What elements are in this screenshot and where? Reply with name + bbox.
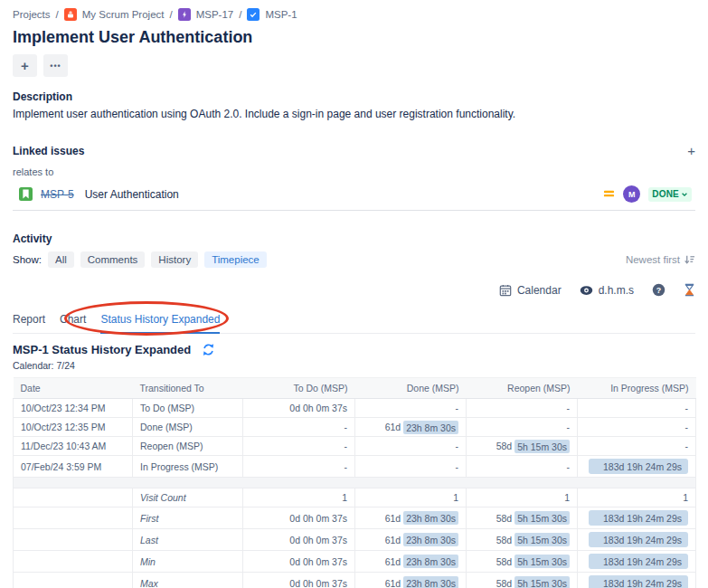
duration-cell: 1 [355,488,467,507]
filter-all[interactable]: All [48,251,74,268]
refresh-icon [202,343,215,356]
table-row: Max0d 0h 0m 37s61d 23h 8m 30s58d 5h 15m … [14,573,696,588]
tab-chart[interactable]: Chart [60,308,86,333]
highlighted-duration: 183d 19h 24m 29s [589,459,688,474]
breadcrumb: Projects / My Scrum Project / MSP-17 / M… [13,7,695,22]
duration-cell: 58d 5h 15m 30s [467,551,578,573]
duration-prefix: 58d [496,556,514,567]
transition-cell: Done (MSP) [133,418,243,437]
breadcrumb-project[interactable]: My Scrum Project [82,9,165,20]
highlighted-duration: 23h 8m 30s [403,533,458,546]
column-header: To Do (MSP) [243,378,355,399]
status-dropdown[interactable]: DONE [648,187,692,202]
date-cell [14,529,133,551]
table-row: Last0d 0h 0m 37s61d 23h 8m 30s58d 5h 15m… [14,529,696,551]
breadcrumb-separator: / [170,9,173,20]
duration-prefix: 61d [385,513,403,524]
breadcrumb-epic[interactable]: MSP-17 [196,9,234,20]
report-heading: MSP-1 Status History Expanded [13,343,191,356]
spacer-cell [14,478,696,488]
duration-cell: - [355,456,467,478]
issue-page: Projects / My Scrum Project / MSP-17 / M… [0,0,708,588]
story-icon [19,187,33,201]
priority-medium-icon [603,186,615,203]
breadcrumb-separator: / [239,9,241,20]
date-cell [14,573,133,588]
linked-issue-summary[interactable]: User Authentication [85,188,179,201]
linked-issue-row[interactable]: MSP-5 User Authentication M DONE [13,182,695,211]
column-header: Done (MSP) [355,378,467,399]
sort-descending-icon [684,254,695,265]
duration-cell: - [578,437,696,456]
date-cell [14,488,133,507]
highlighted-duration: 23h 8m 30s [403,555,458,568]
assignee-avatar: M [623,185,640,203]
duration-cell: 61d 23h 8m 30s [355,551,467,573]
hourglass-button[interactable] [684,283,695,297]
highlighted-duration: 5h 15m 30s [514,533,570,546]
table-row: Visit Count1111 [14,488,696,507]
column-header: Reopen (MSP) [467,378,578,399]
sort-order-control[interactable]: Newest first [626,254,695,265]
duration-cell: - [355,399,467,418]
duration-cell: 58d 5h 15m 30s [467,507,578,529]
tab-report[interactable]: Report [13,308,45,333]
duration-cell: 0d 0h 0m 37s [243,399,355,418]
duration-cell: - [243,456,355,478]
spacer-row [14,478,696,488]
column-header: Date [14,378,133,399]
date-cell: 07/Feb/24 3:59 PM [14,456,133,478]
duration-cell: 61d 23h 8m 30s [355,418,467,437]
timepiece-tabs: Report Chart Status History Expanded [13,308,695,334]
duration-cell: 183d 19h 24m 29s [578,551,696,573]
transition-cell: Max [133,573,243,588]
duration-cell: 0d 0h 0m 37s [243,507,355,529]
duration-prefix: 58d [496,513,514,524]
duration-cell: - [243,437,355,456]
help-button[interactable]: ? [652,283,666,297]
hourglass-icon [684,283,695,297]
attach-button[interactable]: + [13,54,37,77]
table-row: First0d 0h 0m 37s61d 23h 8m 30s58d 5h 15… [14,507,696,529]
breadcrumb-issue[interactable]: MSP-1 [265,9,297,20]
duration-prefix: 61d [385,535,403,545]
eye-icon [580,285,593,296]
duration-cell: 58d 5h 15m 30s [467,573,578,588]
highlighted-duration: 183d 19h 24m 29s [589,575,688,588]
more-actions-button[interactable]: ••• [43,54,68,77]
add-linked-issue-button[interactable]: + [687,146,695,156]
filter-history[interactable]: History [151,251,198,268]
plus-icon: + [21,58,29,73]
description-heading: Description [13,90,695,103]
duration-prefix: 58d [496,535,514,545]
date-cell: 10/Oct/23 12:35 PM [14,418,133,437]
transition-cell: Min [133,551,243,573]
duration-cell: 183d 19h 24m 29s [578,456,696,478]
epic-icon [178,8,191,21]
activity-heading: Activity [13,232,695,245]
duration-cell: - [578,418,696,437]
breadcrumb-projects[interactable]: Projects [13,9,51,20]
tab-status-history-expanded[interactable]: Status History Expanded [100,308,220,334]
chevron-down-icon [681,191,688,198]
transition-cell: Visit Count [133,488,243,507]
filter-comments[interactable]: Comments [80,251,146,268]
refresh-button[interactable] [202,343,215,356]
duration-prefix: 58d [496,441,514,451]
filter-timepiece[interactable]: Timepiece [204,251,267,268]
duration-cell: 61d 23h 8m 30s [355,529,467,551]
duration-cell: - [467,418,578,437]
table-row: 10/Oct/23 12:35 PMDone (MSP)-61d 23h 8m … [14,418,696,437]
issue-actions: + ••• [13,54,695,77]
duration-cell: - [355,437,467,456]
status-table-head-row: DateTransitioned ToTo Do (MSP)Done (MSP)… [14,378,696,399]
transition-cell: Last [133,529,243,551]
calendar-button[interactable]: Calendar [499,284,562,297]
linked-issue-key[interactable]: MSP-5 [41,188,74,201]
project-avatar-icon [64,8,77,21]
time-format-button[interactable]: d.h.m.s [580,284,634,297]
duration-cell: - [243,418,355,437]
status-table-body: 10/Oct/23 12:34 PMTo Do (MSP)0d 0h 0m 37… [14,399,696,588]
link-relation-label: relates to [13,166,695,177]
description-body[interactable]: Implement user authentication using OAut… [13,108,695,120]
